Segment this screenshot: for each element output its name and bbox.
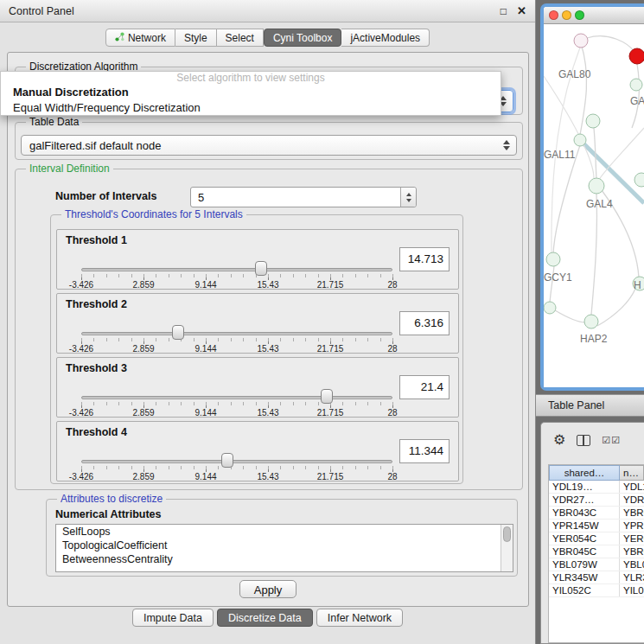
table-cell-name[interactable]: YBL0… xyxy=(620,558,644,571)
network-edge xyxy=(591,194,596,315)
close-icon[interactable]: ✕ xyxy=(517,5,526,16)
slider-thumb[interactable] xyxy=(255,261,267,276)
network-window-titlebar[interactable] xyxy=(544,7,644,24)
bottom-tab-infer-network[interactable]: Infer Network xyxy=(316,609,403,627)
slider-track[interactable] xyxy=(81,460,392,463)
minimize-traffic-icon[interactable] xyxy=(562,10,571,20)
network-node-gal4[interactable] xyxy=(589,178,604,194)
slider-scale-label: 28 xyxy=(387,472,397,481)
table-cell-shared-name[interactable]: YIL052C xyxy=(549,584,620,596)
table-cell-shared-name[interactable]: YBR045C xyxy=(549,545,620,558)
network-node-gal80[interactable] xyxy=(574,34,588,48)
num-intervals-spinner[interactable]: 5 xyxy=(190,187,417,207)
slider-track[interactable] xyxy=(81,332,392,335)
table-body: YDL19…YDL1…YDR27…YDR2…YBR043CYBR0…YPR145… xyxy=(549,481,644,597)
table-cell-name[interactable]: YDR2… xyxy=(620,494,644,506)
spinner-arrows-icon[interactable] xyxy=(400,188,416,207)
threshold-value-field[interactable]: 6.316 xyxy=(399,311,450,335)
network-node[interactable] xyxy=(634,173,644,187)
table-cell-name[interactable]: YDL1… xyxy=(620,481,644,493)
threshold-slider[interactable]: -3.4262.8599.14415.4321.71528 xyxy=(57,384,399,420)
dropdown-option-equal-width-frequency[interactable]: Equal Width/Frequency Discretization xyxy=(1,100,501,116)
tab-select[interactable]: Select xyxy=(217,29,264,47)
slider-thumb[interactable] xyxy=(321,389,333,404)
network-node[interactable] xyxy=(586,114,600,128)
zoom-traffic-icon[interactable] xyxy=(575,10,584,20)
network-node-gal11[interactable] xyxy=(574,134,586,146)
scrollbar-thumb[interactable] xyxy=(503,526,511,542)
columns-icon[interactable] xyxy=(577,435,590,446)
slider-track[interactable] xyxy=(81,268,392,271)
table-data-select[interactable]: galFiltered.sif default node xyxy=(21,135,517,156)
table-row[interactable]: YIL052CYIL0… xyxy=(549,584,644,597)
table-cell-name[interactable]: YPR1… xyxy=(620,520,644,532)
network-node[interactable] xyxy=(629,48,644,64)
threshold-value-field[interactable]: 14.713 xyxy=(399,247,450,271)
apply-button[interactable]: Apply xyxy=(239,580,296,598)
close-traffic-icon[interactable] xyxy=(549,10,558,20)
control-panel-titlebar[interactable]: Control Panel □ ✕ xyxy=(0,0,535,22)
tab-style[interactable]: Style xyxy=(175,29,217,47)
threshold-value-field[interactable]: 11.344 xyxy=(399,439,450,463)
numerical-attributes-list[interactable]: SelfLoopsTopologicalCoefficientBetweenne… xyxy=(55,524,513,572)
table-cell-name[interactable]: YBR0… xyxy=(620,507,644,519)
table-cell-shared-name[interactable]: YER054C xyxy=(549,532,620,545)
table-row[interactable]: YLR345WYLR3… xyxy=(549,571,644,584)
attribute-item-betweennesscentrality[interactable]: BetweennessCentrality xyxy=(56,552,513,566)
tab-network[interactable]: Network xyxy=(105,29,175,47)
table-cell-shared-name[interactable]: YDR27… xyxy=(549,494,620,506)
network-node-gcy1[interactable] xyxy=(546,252,560,266)
slider-thumb[interactable] xyxy=(221,453,233,468)
table-cell-name[interactable]: YBR0… xyxy=(620,545,644,558)
list-scrollbar[interactable] xyxy=(501,525,513,571)
table-panel-header[interactable]: Table Panel xyxy=(536,394,644,417)
network-node-label: GAL80 xyxy=(558,68,591,80)
network-node[interactable] xyxy=(544,302,556,314)
bottom-tab-discretize-data[interactable]: Discretize Data xyxy=(217,609,313,627)
table-cell-shared-name[interactable]: YPR145W xyxy=(549,520,620,532)
table-row[interactable]: YER054CYER0… xyxy=(549,532,644,545)
threshold-slider[interactable]: -3.4262.8599.14415.4321.71528 xyxy=(57,448,399,484)
slider-thumb[interactable] xyxy=(172,325,184,340)
table-row[interactable]: YBR043CYBR0… xyxy=(549,507,644,520)
slider-track[interactable] xyxy=(81,396,392,399)
network-edge xyxy=(580,43,587,135)
column-header-name[interactable]: n… xyxy=(620,465,644,481)
dropdown-option-manual-discretization[interactable]: Manual Discretization xyxy=(1,85,501,100)
table-row[interactable]: YPR145WYPR1… xyxy=(549,520,644,532)
table-row[interactable]: YBR045CYBR0… xyxy=(549,545,644,558)
network-node-label: GA xyxy=(630,95,644,107)
table-cell-shared-name[interactable]: YLR345W xyxy=(549,571,620,583)
select-columns-icons[interactable]: ☑☑ xyxy=(602,435,621,446)
column-header-shared-name[interactable]: shared… xyxy=(549,465,620,481)
network-node-ga[interactable] xyxy=(630,79,642,91)
network-canvas[interactable]: GAL80GAGAL11GAL4GCY1HAP2H xyxy=(544,24,644,387)
interval-definition-group: Interval Definition Number of Intervals … xyxy=(15,169,523,490)
float-window-icon[interactable]: □ xyxy=(501,6,507,16)
tab-jactivemodules[interactable]: jActiveModules xyxy=(341,29,430,47)
table-cell-shared-name[interactable]: YBL079W xyxy=(549,558,620,571)
table-row[interactable]: YBL079WYBL0… xyxy=(549,558,644,571)
table-panel-title: Table Panel xyxy=(548,399,604,411)
table-cell-name[interactable]: YER0… xyxy=(620,532,644,545)
table-row[interactable]: YDL19…YDL1… xyxy=(549,481,644,494)
table-cell-name[interactable]: YLR3… xyxy=(620,571,644,583)
network-node-hap2[interactable] xyxy=(584,315,598,328)
threshold-slider[interactable]: -3.4262.8599.14415.4321.71528 xyxy=(57,320,399,356)
algorithm-dropdown-popup: Select algorithm to view settings Manual… xyxy=(0,71,501,116)
tab-cyni-toolbox[interactable]: Cyni Toolbox xyxy=(264,29,341,47)
network-edge xyxy=(597,289,635,326)
threshold-value-field[interactable]: 21.4 xyxy=(399,375,450,399)
group-title: Threshold's Coordinates for 5 Intervals xyxy=(61,208,246,220)
attribute-item-selfloops[interactable]: SelfLoops xyxy=(56,525,513,539)
table-cell-shared-name[interactable]: YDL19… xyxy=(549,481,620,493)
attribute-item-topologicalcoefficient[interactable]: TopologicalCoefficient xyxy=(56,539,513,552)
network-icon xyxy=(115,32,124,44)
gear-icon[interactable]: ⚙ xyxy=(553,433,565,447)
table-cell-shared-name[interactable]: YBR043C xyxy=(549,507,620,519)
table-row[interactable]: YDR27…YDR2… xyxy=(549,494,644,507)
bottom-tab-impute-data[interactable]: Impute Data xyxy=(132,609,214,627)
threshold-slider[interactable]: -3.4262.8599.14415.4321.71528 xyxy=(57,256,399,292)
numerical-attributes-label: Numerical Attributes xyxy=(55,508,161,520)
table-cell-name[interactable]: YIL0… xyxy=(620,584,644,596)
